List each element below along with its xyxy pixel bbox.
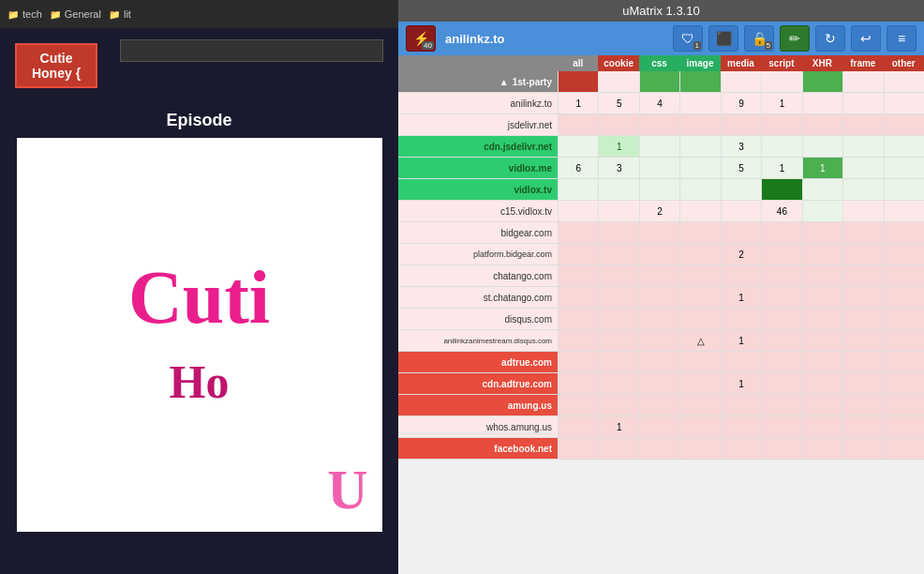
cell-adtrue-css[interactable] [639, 352, 679, 372]
cell-adtrue-image[interactable] [679, 352, 720, 372]
cell-vidlox-me-frame[interactable] [842, 158, 883, 178]
cell-cdn-adtrue-all[interactable] [558, 373, 598, 394]
cell-st-chatango-media[interactable]: 1 [721, 287, 761, 308]
cell-bidgear-all[interactable] [558, 222, 598, 243]
cell-anilinkz-disqus-other[interactable] [884, 330, 924, 351]
cell-vidlox-tv-frame[interactable] [842, 179, 883, 200]
cell-bidgear-media[interactable] [721, 222, 761, 243]
cell-bidgear-image[interactable] [679, 222, 720, 243]
cell-disqus-all[interactable] [558, 309, 598, 329]
col-header-all[interactable]: all [558, 55, 598, 71]
cell-whos-amung-css[interactable] [639, 416, 679, 437]
cell-anilinkz-disqus-script[interactable] [761, 330, 801, 351]
cell-chatango-xhr[interactable] [802, 265, 842, 286]
domain-st-chatango[interactable]: st.chatango.com [398, 287, 558, 308]
domain-adtrue[interactable]: adtrue.com [398, 352, 558, 372]
cell-jsdelivr-cookie[interactable] [598, 114, 638, 135]
cell-st-chatango-cookie[interactable] [598, 287, 638, 308]
cell-facebook-media[interactable] [721, 438, 761, 459]
cell-disqus-media[interactable] [721, 309, 761, 329]
matrix-container[interactable]: all cookie css image media script XHR fr… [398, 55, 924, 574]
cell-c15-other[interactable] [884, 201, 924, 221]
edit-button[interactable]: ✏ [780, 25, 810, 52]
cell-anilinkz-cookie[interactable]: 5 [598, 93, 638, 113]
cell-anilinkz-other[interactable] [884, 93, 924, 113]
cell-c15-media[interactable] [721, 201, 761, 221]
cell-disqus-cookie[interactable] [598, 309, 638, 329]
cell-adtrue-script[interactable] [761, 352, 801, 372]
cell-1stparty-cookie[interactable] [598, 71, 638, 92]
tab-general[interactable]: 📁 General [50, 8, 101, 20]
domain-disqus[interactable]: disqus.com [398, 309, 558, 329]
cell-1stparty-all[interactable] [558, 71, 598, 92]
domain-vidlox-me[interactable]: vidlox.me [398, 158, 558, 178]
cell-disqus-image[interactable] [679, 309, 720, 329]
cell-cdn-jsdelivr-frame[interactable] [842, 136, 883, 157]
domain-cdn-jsdelivr[interactable]: cdn.jsdelivr.net [398, 136, 558, 157]
cell-cdn-adtrue-image[interactable] [679, 373, 720, 394]
col-header-css[interactable]: css [639, 55, 679, 71]
cell-vidlox-me-script[interactable]: 1 [761, 158, 801, 178]
cell-cdn-jsdelivr-other[interactable] [884, 136, 924, 157]
cell-cdn-adtrue-frame[interactable] [842, 373, 883, 394]
cell-platform-bidgear-script[interactable] [761, 244, 801, 264]
cell-st-chatango-script[interactable] [761, 287, 801, 308]
cell-cdn-jsdelivr-image[interactable] [679, 136, 720, 157]
cell-anilinkz-disqus-media[interactable]: 1 [721, 330, 761, 351]
cell-facebook-other[interactable] [884, 438, 924, 459]
cell-cdn-jsdelivr-xhr[interactable] [802, 136, 842, 157]
power-button[interactable]: ⚡ 40 [406, 25, 436, 52]
domain-facebook[interactable]: facebook.net [398, 438, 558, 459]
cell-jsdelivr-xhr[interactable] [802, 114, 842, 135]
col-header-cookie[interactable]: cookie [598, 55, 638, 71]
cell-cdn-jsdelivr-css[interactable] [639, 136, 679, 157]
cell-whos-amung-xhr[interactable] [802, 416, 842, 437]
cell-vidlox-me-image[interactable] [679, 158, 720, 178]
cell-facebook-cookie[interactable] [598, 438, 638, 459]
domain-anilinkz[interactable]: anilinkz.to [398, 93, 558, 113]
cell-vidlox-tv-css[interactable] [639, 179, 679, 200]
cell-anilinkz-disqus-xhr[interactable] [802, 330, 842, 351]
cell-disqus-frame[interactable] [842, 309, 883, 329]
cell-adtrue-xhr[interactable] [802, 352, 842, 372]
cell-amung-css[interactable] [639, 395, 679, 415]
cell-whos-amung-frame[interactable] [842, 416, 883, 437]
cell-platform-bidgear-media[interactable]: 2 [721, 244, 761, 264]
cell-facebook-xhr[interactable] [802, 438, 842, 459]
col-header-frame[interactable]: frame [842, 55, 883, 71]
cell-amung-image[interactable] [679, 395, 720, 415]
cell-disqus-xhr[interactable] [802, 309, 842, 329]
cell-disqus-script[interactable] [761, 309, 801, 329]
cell-1stparty-image[interactable] [679, 71, 720, 92]
cell-c15-script[interactable]: 46 [761, 201, 801, 221]
domain-whos-amung[interactable]: whos.amung.us [398, 416, 558, 437]
cell-cdn-adtrue-cookie[interactable] [598, 373, 638, 394]
cell-anilinkz-disqus-all[interactable] [558, 330, 598, 351]
cell-chatango-frame[interactable] [842, 265, 883, 286]
cell-1stparty-media[interactable] [721, 71, 761, 92]
cell-chatango-script[interactable] [761, 265, 801, 286]
cell-amung-cookie[interactable] [598, 395, 638, 415]
cell-st-chatango-other[interactable] [884, 287, 924, 308]
cell-anilinkz-css[interactable]: 4 [639, 93, 679, 113]
cell-bidgear-other[interactable] [884, 222, 924, 243]
cell-anilinkz-media[interactable]: 9 [721, 93, 761, 113]
cell-whos-amung-image[interactable] [679, 416, 720, 437]
cell-cdn-adtrue-css[interactable] [639, 373, 679, 394]
cell-vidlox-me-media[interactable]: 5 [721, 158, 761, 178]
cell-adtrue-frame[interactable] [842, 352, 883, 372]
cell-facebook-script[interactable] [761, 438, 801, 459]
cell-whos-amung-script[interactable] [761, 416, 801, 437]
cell-cdn-jsdelivr-all[interactable] [558, 136, 598, 157]
cell-cdn-adtrue-other[interactable] [884, 373, 924, 394]
cell-platform-bidgear-other[interactable] [884, 244, 924, 264]
cell-adtrue-cookie[interactable] [598, 352, 638, 372]
cell-anilinkz-frame[interactable] [842, 93, 883, 113]
cell-c15-cookie[interactable] [598, 201, 638, 221]
cell-1stparty-other[interactable] [884, 71, 924, 92]
cell-1stparty-frame[interactable] [842, 71, 883, 92]
cell-st-chatango-image[interactable] [679, 287, 720, 308]
domain-platform-bidgear[interactable]: platform.bidgear.com [398, 244, 558, 264]
domain-chatango[interactable]: chatango.com [398, 265, 558, 286]
cell-whos-amung-other[interactable] [884, 416, 924, 437]
